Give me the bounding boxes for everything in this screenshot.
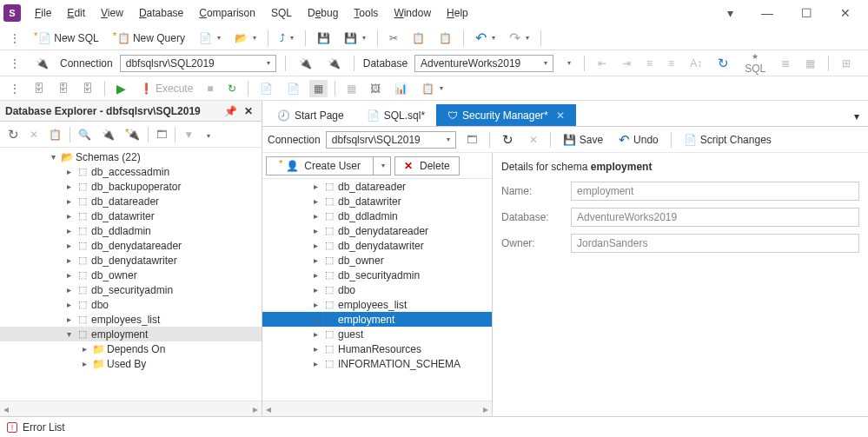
database-dropdown[interactable]: AdventureWorks2019▾: [414, 55, 553, 72]
db-icon-2[interactable]: 🗄: [54, 80, 73, 97]
cycle-icon[interactable]: ↻: [223, 80, 241, 97]
sql-format-icon[interactable]: ★SQL: [740, 50, 770, 76]
menu-window[interactable]: Window: [387, 3, 438, 23]
chart-icon-4[interactable]: 📋▾: [417, 80, 447, 97]
schema-node[interactable]: ▸⬚db_ddladmin: [0, 223, 262, 238]
schema-node[interactable]: ▸⬚db_denydatareader: [0, 238, 262, 253]
doc-icon-2[interactable]: 📄: [282, 80, 304, 97]
save-icon[interactable]: 💾: [313, 30, 335, 47]
undo-icon[interactable]: ↶▾: [471, 27, 500, 49]
save-all-icon[interactable]: 💾▾: [340, 30, 370, 47]
extra-icon[interactable]: ⊞: [838, 55, 855, 72]
db-icon-1[interactable]: 🗄: [30, 80, 49, 97]
explorer-menu-icon[interactable]: ▾: [200, 126, 215, 143]
menu-file[interactable]: File: [28, 3, 58, 23]
menu-debug[interactable]: Debug: [301, 3, 345, 23]
schema-node[interactable]: ▸⬚db_backupoperator: [0, 179, 262, 194]
close-icon[interactable]: ✕: [835, 3, 856, 23]
schema-list-item[interactable]: ▸⬚HumanResources: [262, 341, 492, 356]
schema-list-item[interactable]: ▸⬚db_datawriter: [262, 194, 492, 209]
expand-icon[interactable]: ▸: [63, 241, 74, 250]
expand-icon[interactable]: ▸: [63, 196, 74, 206]
used-by-node[interactable]: ▸ 📁 Used By: [0, 356, 262, 371]
depends-on-node[interactable]: ▸ 📁 Depends On: [0, 341, 262, 356]
doc-delete-icon[interactable]: ✕: [524, 131, 543, 149]
cut-icon[interactable]: ✂: [385, 30, 402, 47]
uncomment-icon[interactable]: ≡: [664, 55, 679, 72]
expand-icon[interactable]: ▸: [310, 226, 321, 235]
database-field[interactable]: [571, 208, 859, 227]
expand-icon[interactable]: ▸: [63, 285, 74, 295]
error-list-label[interactable]: Error List: [23, 421, 65, 434]
explorer-plug-icon[interactable]: 🔌: [97, 126, 119, 143]
explorer-new-conn-icon[interactable]: 🔌: [121, 126, 144, 143]
expand-icon[interactable]: ▸: [79, 344, 89, 354]
name-field[interactable]: [571, 182, 859, 201]
save-button[interactable]: 💾Save: [558, 131, 608, 149]
menu-comparison[interactable]: Comparison: [192, 3, 262, 23]
expand-icon[interactable]: ▸: [63, 182, 74, 191]
schema-node[interactable]: ▸⬚db_owner: [0, 268, 262, 282]
schema-list-item[interactable]: ▸⬚employees_list: [262, 297, 492, 312]
error-list-icon[interactable]: !: [7, 422, 17, 433]
doc-connection-dropdown[interactable]: dbfsqlsrv\SQL2019▾: [326, 131, 456, 149]
tab-sql[interactable]: 📄 SQL.sql*: [355, 104, 436, 126]
db-icon-3[interactable]: 🗄: [78, 80, 97, 97]
snippet-icon[interactable]: ▦: [801, 55, 819, 72]
expand-icon[interactable]: ▸: [63, 315, 74, 324]
stop-icon[interactable]: ■: [202, 80, 217, 97]
expand-icon[interactable]: ▸: [310, 211, 321, 221]
expand-icon[interactable]: ▸: [310, 315, 321, 324]
doc-icon-1[interactable]: 📄: [255, 80, 277, 97]
schema-list-item[interactable]: ▸⬚db_securityadmin: [262, 268, 492, 282]
paste-icon[interactable]: 📋: [434, 30, 456, 47]
script-changes-button[interactable]: 📄Script Changes: [679, 131, 777, 149]
expand-icon[interactable]: ▾: [63, 329, 74, 339]
schema-list-item[interactable]: ▸⬚dbo: [262, 282, 492, 297]
menu-help[interactable]: Help: [440, 3, 475, 23]
menu-database[interactable]: Database: [132, 3, 190, 23]
expand-icon[interactable]: ▸: [310, 196, 321, 206]
create-user-dropdown[interactable]: ▾: [374, 156, 391, 175]
panel-close-icon[interactable]: ✕: [241, 105, 256, 117]
explorer-copy-icon[interactable]: 📋: [44, 126, 66, 143]
expand-icon[interactable]: ▸: [310, 344, 321, 354]
undo-button[interactable]: ↶Undo: [613, 129, 664, 150]
tabs-overflow-icon[interactable]: ▾: [849, 107, 865, 126]
new-file-icon[interactable]: 📄▾: [195, 30, 225, 47]
execute-button[interactable]: ❗ Execute: [136, 80, 197, 97]
explorer-scrollbar[interactable]: ◂▸: [0, 401, 262, 416]
schema-list-item[interactable]: ▸⬚db_denydatareader: [262, 223, 492, 238]
list-icon[interactable]: ≣: [777, 55, 794, 72]
explorer-delete-icon[interactable]: ✕: [25, 126, 43, 143]
explorer-funnel-icon[interactable]: ▼: [179, 126, 198, 143]
doc-window-icon[interactable]: 🗔: [461, 131, 482, 149]
minimize-icon[interactable]: —: [756, 3, 779, 23]
explorer-tree[interactable]: ▾ 📂 Schemas (22) ▸⬚db_accessadmin▸⬚db_ba…: [0, 148, 262, 401]
schema-tree[interactable]: ▸⬚db_datareader▸⬚db_datawriter▸⬚db_ddlad…: [262, 179, 492, 401]
expand-icon[interactable]: ▸: [310, 359, 321, 368]
explorer-window-icon[interactable]: 🗔: [152, 126, 171, 143]
schema-list-item[interactable]: ▸⬚employment: [262, 312, 492, 327]
schema-node[interactable]: ▸⬚db_accessadmin: [0, 164, 262, 179]
schema-node[interactable]: ▾⬚employment: [0, 327, 262, 341]
menu-tools[interactable]: Tools: [347, 3, 385, 23]
schema-node[interactable]: ▸⬚employees_list: [0, 312, 262, 327]
schema-scrollbar[interactable]: ◂▸: [262, 401, 492, 416]
expand-icon[interactable]: ▸: [63, 226, 74, 235]
new-sql-button[interactable]: 📄 New SQL: [30, 30, 103, 47]
menu-edit[interactable]: Edit: [60, 3, 92, 23]
tab-start-page[interactable]: 🕗 Start Page: [266, 104, 355, 126]
connection-icon[interactable]: 🔌: [31, 55, 53, 72]
toolbar-menu-icon-3[interactable]: ⋮: [5, 80, 24, 97]
db-nav-icon[interactable]: 🔌: [295, 55, 316, 72]
window-dropdown-icon[interactable]: ▾: [722, 3, 739, 23]
chart-icon-1[interactable]: ▦: [342, 80, 361, 97]
new-query-button[interactable]: 📋 New Query: [109, 30, 189, 47]
copy-icon[interactable]: 📋: [407, 30, 429, 47]
expand-icon[interactable]: ▸: [63, 300, 74, 309]
redo-icon[interactable]: ↷▾: [505, 27, 533, 49]
schema-node[interactable]: ▸⬚db_datawriter: [0, 209, 262, 223]
indent-icon[interactable]: ⇤: [593, 55, 611, 72]
tab-security-manager[interactable]: 🛡 Security Manager*✕: [436, 104, 576, 126]
